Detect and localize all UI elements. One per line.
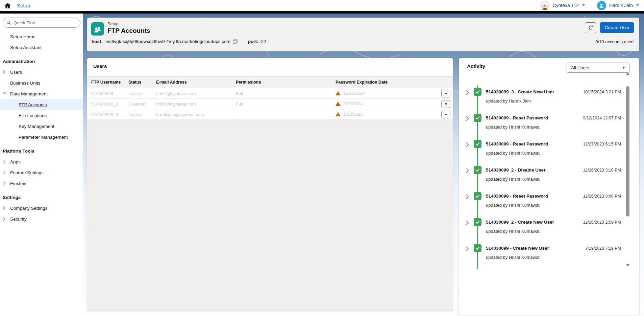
expand-chevron-icon[interactable] — [466, 168, 469, 173]
user-menu[interactable]: Hardik Jain — [609, 3, 633, 8]
activity-item: 514030099 - Reset Passwordupdated by Hri… — [459, 114, 639, 133]
users-panel: Users FTP UsernameStatusE-mail AddressPe… — [87, 58, 453, 311]
sidebar-item-parameter-management[interactable]: Parameter Management — [0, 132, 83, 142]
home-icon[interactable] — [4, 2, 11, 9]
einstein-avatar-icon[interactable] — [540, 1, 549, 10]
column-header-status: Status — [128, 80, 141, 85]
sidebar-item-business-units[interactable]: Business Units — [0, 77, 83, 88]
expand-chevron-icon[interactable] — [466, 246, 469, 251]
refresh-icon — [588, 25, 593, 30]
success-check-icon — [474, 218, 481, 226]
chevron-right-icon[interactable] — [3, 181, 7, 185]
sidebar-item-key-management[interactable]: Key Management — [0, 121, 83, 132]
refresh-button[interactable] — [585, 22, 596, 33]
success-check-icon — [474, 166, 481, 174]
row-actions-dropdown-button[interactable] — [441, 100, 450, 108]
sidebar-item-setup-home[interactable]: Setup Home — [0, 31, 83, 42]
expand-chevron-icon[interactable] — [466, 194, 469, 199]
table-row: 514030099Lockedhrishi@cyntexa.comFull12/… — [87, 88, 453, 99]
sidebar-item-setup-assistant[interactable]: Setup Assistant — [0, 42, 83, 53]
scroll-up-icon[interactable] — [626, 72, 629, 75]
activity-item-updated-by: updated by Hardik Jain — [486, 98, 531, 104]
success-check-icon — [474, 244, 481, 252]
ftp-accounts-icon — [91, 22, 104, 36]
app-title-setup[interactable]: Setup — [17, 3, 30, 8]
expand-chevron-icon[interactable] — [466, 116, 469, 120]
expiration-date: 12/11/2024 — [343, 91, 365, 96]
column-header-password-expiration-date: Password Expiration Date — [336, 80, 388, 85]
activity-item-timestamp: 10/15/2024 3:21 PM — [583, 90, 621, 94]
header-separator-bar — [0, 11, 644, 14]
chevron-right-icon[interactable] — [3, 217, 7, 221]
org-switcher[interactable]: Cyntexa 112 — [552, 3, 579, 8]
sidebar-item-users[interactable]: Users — [0, 67, 83, 77]
warning-icon — [336, 112, 341, 116]
activity-item-title: 514030099 - Reset Password — [486, 115, 548, 120]
chevron-right-icon[interactable] — [3, 171, 7, 174]
expiration-date: 3/25/2024 — [343, 101, 363, 106]
host-port-row: host: mc6vgk-sxj9p08pqwxqz9hw9-4my.ftp.m… — [92, 39, 266, 44]
expand-chevron-icon[interactable] — [466, 220, 469, 225]
activity-item-title: 514030099 - Create New User — [486, 246, 549, 251]
sidebar-item-label: Setup Assistant — [0, 45, 42, 50]
chevron-down-icon[interactable] — [3, 92, 7, 95]
sidebar-item-settings: Settings — [0, 192, 83, 203]
sidebar-item-apps[interactable]: Apps — [0, 156, 83, 167]
chevron-right-icon[interactable] — [3, 160, 7, 163]
cell-ftp-username: 514030099_3 — [91, 112, 118, 117]
column-header-ftp-username: FTP Username — [91, 80, 121, 85]
warning-icon — [336, 91, 341, 95]
copy-icon[interactable] — [233, 39, 238, 44]
sidebar-item-label: FTP Accounts — [0, 102, 47, 107]
scrollbar-thumb[interactable] — [626, 86, 629, 217]
app-window: Setup Cyntexa 112 Hardik Jain — [0, 0, 644, 316]
chevron-right-icon[interactable] — [3, 70, 7, 74]
create-user-button[interactable]: Create User — [600, 22, 634, 33]
quick-find-input[interactable] — [14, 20, 71, 25]
activity-scrollbar[interactable] — [625, 72, 631, 267]
caret-down-icon — [445, 103, 447, 105]
sidebar-item-company-settings[interactable]: Company Settings — [0, 203, 83, 213]
column-header-permissions: Permissions — [236, 80, 261, 85]
activity-item-updated-by: updated by Hrishi Kumawat — [486, 203, 540, 208]
sidebar-item-ftp-accounts[interactable]: FTP Accounts — [0, 99, 83, 110]
cell-permissions: Full — [236, 101, 243, 107]
sidebar-item-data-management[interactable]: Data Management — [0, 88, 83, 99]
sidebar-item-file-locations[interactable]: File Locations — [0, 110, 83, 121]
sidebar-item-label: Setup Home — [0, 34, 35, 39]
setup-sidebar: Setup HomeSetup AssistantAdministrationU… — [0, 14, 83, 316]
sidebar-item-label: Platform Tools — [0, 149, 34, 154]
warning-icon — [336, 101, 341, 106]
expand-chevron-icon[interactable] — [466, 142, 469, 146]
cell-email: hrishi@cyntexa.com — [156, 101, 196, 107]
table-row: 514030099_3Lockedhardikjain@cyntexa.com-… — [87, 109, 453, 120]
activity-filter-value: All Users — [571, 65, 589, 70]
activity-item: 514030099_3 - Create New Userupdated by … — [459, 88, 639, 107]
sidebar-item-label: Company Settings — [0, 206, 47, 211]
activity-item: 514030099 - Create New Userupdated by Hr… — [459, 244, 639, 263]
chevron-right-icon[interactable] — [3, 206, 7, 210]
row-actions-dropdown-button[interactable] — [441, 90, 450, 97]
success-check-icon — [474, 192, 481, 200]
scroll-down-icon[interactable] — [626, 264, 629, 267]
expand-chevron-icon[interactable] — [466, 90, 469, 94]
org-caret-icon[interactable] — [582, 4, 585, 6]
activity-item-updated-by: updated by Hrishi Kumawat — [486, 125, 540, 130]
cell-status: Locked — [128, 112, 143, 117]
cell-status: Disabled — [128, 101, 146, 107]
user-avatar-icon[interactable] — [597, 1, 606, 10]
sidebar-item-label: Key Management — [0, 124, 54, 129]
activity-item-title: 514030099 - Reset Password — [486, 194, 548, 199]
cell-ftp-username: 514030099_2 — [91, 101, 118, 107]
sidebar-item-security[interactable]: Security — [0, 213, 83, 224]
row-actions-dropdown-button[interactable] — [441, 111, 450, 118]
cell-permissions: Full — [236, 91, 243, 96]
sidebar-item-feature-settings[interactable]: Feature Settings — [0, 167, 83, 178]
activity-user-filter-select[interactable]: All Users — [567, 63, 629, 73]
quick-find-box[interactable] — [3, 18, 80, 28]
activity-item-timestamp: 7/19/2023 7:19 PM — [585, 246, 621, 251]
user-caret-icon[interactable] — [636, 4, 639, 6]
host-label: host: — [92, 39, 103, 44]
sidebar-item-einstein[interactable]: Einstein — [0, 178, 83, 189]
search-icon — [6, 20, 11, 25]
